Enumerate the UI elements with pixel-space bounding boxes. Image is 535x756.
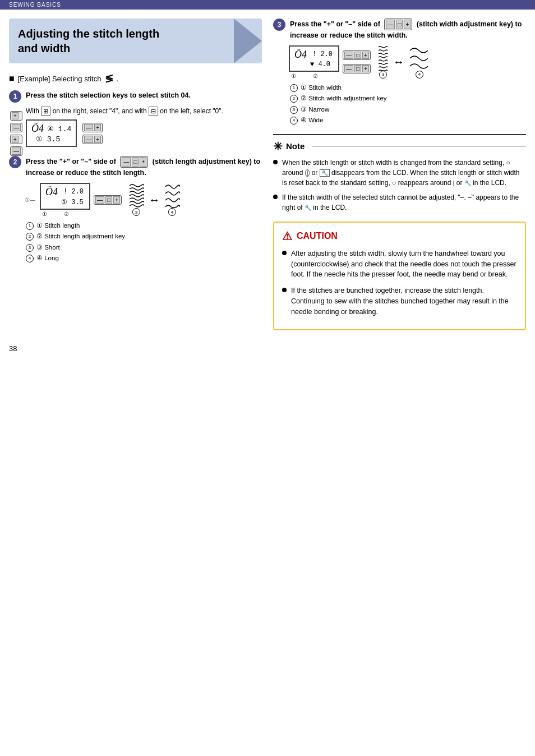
stitch-wide-icon: [409, 46, 430, 71]
step1-lcd: Ö4 ④ 1.4 ① 3.5: [26, 119, 77, 147]
title-box: Adjusting the stitch length and width: [9, 19, 262, 63]
arrow-right-icon: ↔: [149, 193, 160, 206]
caution-title: ⚠ CAUTION: [282, 229, 517, 243]
step1-left-buttons: + — + —: [10, 111, 22, 156]
caution-bullet2: [282, 288, 287, 292]
step3-diagram: Ö4 ! 2.0 ▼ 4.0 ① ② — □: [289, 45, 526, 79]
top-bar-label: SEWING BASICS: [9, 2, 61, 8]
step2-annotations: 1 ① Stitch length 2 ② Stitch length adju…: [26, 220, 262, 264]
top-bar: SEWING BASICS: [0, 0, 535, 10]
step3-circle: 3: [273, 19, 285, 31]
step3-text: Press the "+" or "–" side of — □ + (stit…: [290, 19, 526, 41]
caution-item2: If the stitches are bunched together, in…: [282, 285, 517, 317]
note-item1: When the stitch length or stitch width i…: [273, 158, 526, 188]
left-column: Adjusting the stitch length and width ■ …: [9, 19, 262, 330]
step3-block: 3 Press the "+" or "–" side of — □ + (st…: [273, 19, 526, 126]
example-symbol: ≶: [105, 72, 113, 85]
step2-lcd: Ö4 ! 2.0 ① 3.5: [40, 183, 90, 210]
step1-keys: — + — +: [82, 123, 103, 144]
note-box: ✳ Note When the stitch length or stitch …: [273, 134, 526, 213]
caution-box: ⚠ CAUTION After adjusting the stitch wid…: [273, 222, 526, 331]
step1-text: Press the stitch selection keys to selec…: [26, 90, 191, 101]
step3-arrow-icon: ↔: [393, 56, 404, 68]
note-bullet1: [273, 160, 278, 164]
note-item2: If the stitch width of the selected stit…: [273, 192, 526, 213]
caution-icon: ⚠: [282, 229, 292, 243]
step1-diagram: Ö4 ④ 1.4 ① 3.5 — + — +: [26, 119, 262, 147]
step2-stitch-visual: 3 ↔ 4: [128, 183, 180, 216]
page-title: Adjusting the stitch length and width: [18, 26, 159, 56]
step2-diagram: ①— Ö4 ! 2.0 ① 3.5 ①: [25, 183, 262, 217]
step2-lcd-area: Ö4 ! 2.0 ① 3.5 ① ②: [40, 183, 90, 217]
note-bullet2: [273, 195, 278, 199]
caution-bullet1: [282, 251, 287, 255]
caution-item1: After adjusting the stitch width, slowly…: [282, 248, 517, 280]
stitch-long-icon: [164, 183, 180, 208]
step2-circle: 2: [9, 156, 21, 168]
note-icon: ✳: [273, 140, 283, 153]
step2-block: 2 Press the "+" or "–" side of — □ + (st…: [9, 156, 262, 264]
step1-key2: — +: [82, 135, 103, 144]
step1-detail: With ⊞ on the right, select "4", and wit…: [26, 107, 262, 115]
page-number: 38: [9, 344, 17, 353]
step1-block: 1 Press the stitch selection keys to sel…: [9, 90, 262, 147]
example-line: ■ [Example] Selecting stitch ≶ .: [9, 72, 262, 85]
stitch-short-icon: [128, 183, 144, 208]
step2-text: Press the "+" or "–" side of — □ + (stit…: [26, 156, 262, 178]
stitch-narrow-icon: [377, 46, 389, 71]
step3-stitch-visual: 3 ↔ 4: [377, 46, 430, 79]
step2-adj-keys: — □ +: [94, 195, 122, 205]
right-column: 3 Press the "+" or "–" side of — □ + (st…: [273, 19, 526, 330]
step1-key1: — +: [82, 123, 103, 132]
step1-circle: 1: [9, 90, 21, 103]
note-title: ✳ Note: [273, 140, 526, 153]
example-label: [Example] Selecting stitch: [18, 75, 102, 83]
step3-annotations: 1 ① Stitch width 2 ② Stitch width adjust…: [290, 82, 526, 126]
step3-adj-keys: — □ + — □ +: [343, 50, 371, 73]
step3-lcd-area: Ö4 ! 2.0 ▼ 4.0 ① ②: [289, 45, 339, 79]
title-arrow-decoration: [234, 19, 262, 63]
step3-lcd: Ö4 ! 2.0 ▼ 4.0: [289, 45, 339, 72]
